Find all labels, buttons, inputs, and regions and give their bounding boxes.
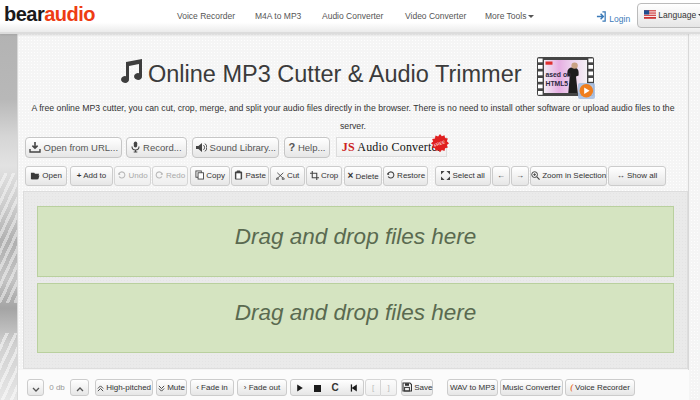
svg-text:HTML5: HTML5 — [546, 80, 569, 87]
svg-text:ased on: ased on — [546, 71, 572, 78]
